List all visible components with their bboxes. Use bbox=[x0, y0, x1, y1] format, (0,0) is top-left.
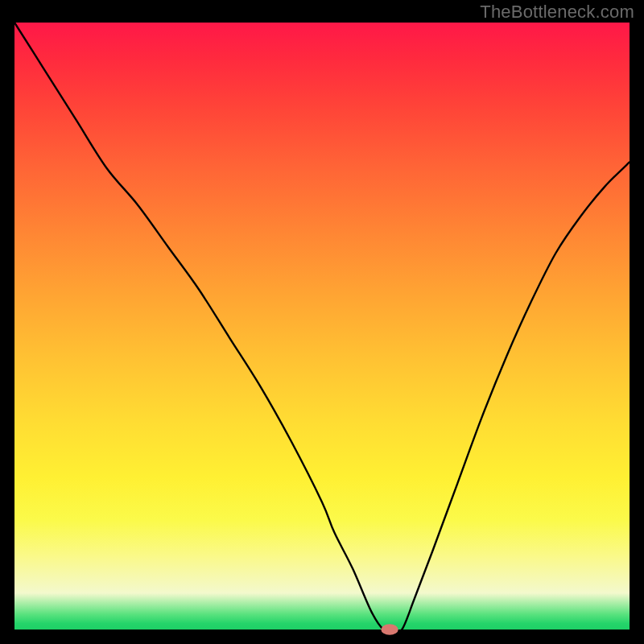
optimal-marker bbox=[381, 624, 398, 635]
chart-frame: TheBottleneck.com bbox=[0, 0, 644, 644]
watermark-text: TheBottleneck.com bbox=[480, 2, 634, 23]
chart-svg bbox=[14, 23, 630, 630]
bottleneck-curve bbox=[14, 23, 630, 632]
plot-area bbox=[14, 23, 630, 630]
